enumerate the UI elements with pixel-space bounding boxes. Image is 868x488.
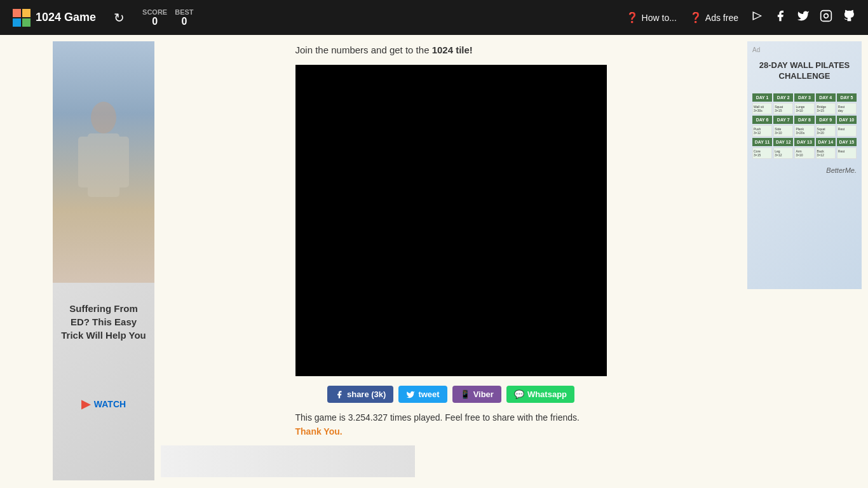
share-facebook-button[interactable]: share (3k) (327, 386, 393, 403)
share-twitter-label: tweet (418, 390, 439, 399)
svg-rect-4 (78, 137, 91, 187)
logo-link[interactable]: 1024 Game (13, 9, 96, 27)
viber-icon: 📱 (460, 390, 470, 399)
github-icon[interactable] (843, 10, 855, 25)
share-twitter-button[interactable]: tweet (398, 386, 447, 403)
right-ad-title: 28-DAY WALL PILATES CHALLENGE (754, 60, 855, 82)
score-box: SCORE 0 (142, 8, 167, 27)
center-content: Join the numbers and get to the 1024 til… (161, 35, 741, 487)
share-facebook-label: share (3k) (347, 390, 386, 399)
svg-point-2 (91, 102, 116, 133)
logo-title: 1024 Game (36, 11, 96, 24)
whatsapp-icon: 💬 (514, 390, 524, 399)
header: 1024 Game ↻ SCORE 0 BEST 0 ❓ How to... ❓… (0, 0, 868, 35)
question-icon: ❓ (626, 11, 639, 24)
right-ad-badge: Ad (752, 46, 760, 53)
refresh-button[interactable]: ↻ (109, 8, 130, 28)
right-ad-image: Ad 28-DAY WALL PILATES CHALLENGE DAY 1 D… (747, 41, 862, 289)
ads-free-link[interactable]: ❓ Ads free (689, 11, 738, 24)
play-store-icon[interactable] (751, 10, 764, 25)
share-text-normal: This game is 3.254.327 times played. Fee… (295, 412, 580, 423)
how-to-link[interactable]: ❓ How to... (626, 11, 677, 24)
score-value: 0 (152, 16, 158, 27)
right-ad-label: BetterMe. (747, 164, 862, 177)
social-icons (751, 10, 855, 25)
left-ad-photo (53, 41, 154, 283)
right-ad-banner: Ad 28-DAY WALL PILATES CHALLENGE DAY 1 D… (747, 41, 862, 480)
left-ad-banner: Ad Suffering From ED? This Easy Trick Wi… (53, 41, 154, 480)
bottom-ad-banner (161, 445, 415, 477)
share-whatsapp-label: Whatsapp (527, 390, 567, 399)
share-bar: share (3k) tweet 📱 Viber 💬 Whatsapp (327, 386, 574, 403)
tagline-bold: 1024 tile! (432, 44, 473, 55)
ads-free-label: Ads free (705, 13, 738, 23)
twitter-icon[interactable] (797, 10, 810, 25)
svg-rect-3 (88, 133, 119, 197)
refresh-icon: ↻ (114, 11, 125, 25)
how-to-label: How to... (642, 13, 677, 23)
best-value: 0 (181, 16, 187, 27)
score-label: SCORE (142, 8, 167, 16)
left-ad-watch[interactable]: ▶ WATCH (81, 397, 126, 411)
nav-links: ❓ How to... ❓ Ads free (626, 10, 855, 25)
share-viber-label: Viber (473, 390, 494, 399)
best-box: BEST 0 (175, 8, 193, 27)
tagline: Join the numbers and get to the 1024 til… (295, 44, 607, 55)
share-text: This game is 3.254.327 times played. Fee… (295, 410, 607, 439)
share-text-container: This game is 3.254.327 times played. Fee… (295, 410, 607, 439)
share-text-bold: Thank You. (295, 426, 342, 437)
game-board[interactable] (295, 65, 607, 376)
best-label: BEST (175, 8, 193, 16)
main-layout: Ad Suffering From ED? This Easy Trick Wi… (0, 35, 868, 487)
ads-free-icon: ❓ (689, 11, 702, 24)
score-area: SCORE 0 BEST 0 (142, 8, 193, 27)
svg-rect-5 (116, 137, 129, 187)
logo-icon (13, 9, 31, 27)
share-viber-button[interactable]: 📱 Viber (452, 386, 501, 403)
tagline-container: Join the numbers and get to the 1024 til… (295, 44, 607, 65)
svg-rect-0 (821, 11, 832, 22)
left-ad-text: Suffering From ED? This Easy Trick Will … (53, 295, 154, 348)
facebook-icon[interactable] (774, 10, 787, 25)
tagline-text: Join the numbers and get to the (295, 44, 432, 55)
instagram-icon[interactable] (820, 10, 832, 25)
share-whatsapp-button[interactable]: 💬 Whatsapp (506, 386, 574, 403)
right-ad-grid: DAY 1 DAY 2 DAY 3 DAY 4 DAY 5 Wall sit3×… (747, 88, 862, 164)
